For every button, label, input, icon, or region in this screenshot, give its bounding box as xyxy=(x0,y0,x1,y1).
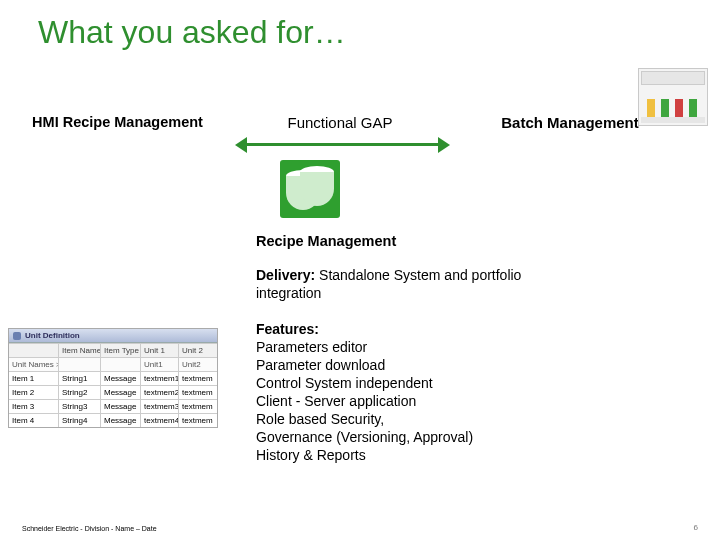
features-block: Features: Parameters editor Parameter do… xyxy=(256,320,556,464)
label-hmi: HMI Recipe Management xyxy=(0,114,235,130)
td: Message xyxy=(101,414,141,427)
feature-line: Role based Security, xyxy=(256,411,384,427)
table-row: Item 2 String2 Message textmem2 textmem xyxy=(9,385,217,399)
table-icon xyxy=(13,332,21,340)
feature-line: Governance (Versioning, Approval) xyxy=(256,429,473,445)
table-title-bar: Unit Definition xyxy=(9,329,217,343)
feature-line: Parameters editor xyxy=(256,339,367,355)
td: Item 3 xyxy=(9,400,59,413)
delivery-label: Delivery: xyxy=(256,267,315,283)
td: textmem4 xyxy=(141,414,179,427)
features-label: Features: xyxy=(256,321,319,337)
td xyxy=(59,358,101,371)
table-row: Item 1 String1 Message textmem1 textmem xyxy=(9,371,217,385)
recipe-heading: Recipe Management xyxy=(256,233,396,249)
server-stack-icon xyxy=(280,160,340,218)
disk-icon xyxy=(300,166,334,206)
td xyxy=(101,358,141,371)
td: textmem xyxy=(179,386,217,399)
td: textmem2 xyxy=(141,386,179,399)
td: Message xyxy=(101,386,141,399)
unit-definition-table: Unit Definition Item Name Item Type Unit… xyxy=(8,328,218,428)
td: textmem xyxy=(179,400,217,413)
label-gap: Functional GAP xyxy=(240,114,440,131)
td: Unit2 xyxy=(179,358,217,371)
feature-line: Client - Server application xyxy=(256,393,416,409)
slide-title: What you asked for… xyxy=(38,14,346,51)
feature-line: Parameter download xyxy=(256,357,385,373)
td: Message xyxy=(101,400,141,413)
th xyxy=(9,344,59,357)
th: Item Name xyxy=(59,344,101,357)
td: Item 2 xyxy=(9,386,59,399)
delivery-block: Delivery: Standalone System and portfoli… xyxy=(256,266,526,302)
th: Item Type xyxy=(101,344,141,357)
double-arrow xyxy=(235,135,450,153)
table-row: Item 3 String3 Message textmem3 textmem xyxy=(9,399,217,413)
td: String1 xyxy=(59,372,101,385)
td: textmem3 xyxy=(141,400,179,413)
table-row: Item 4 String4 Message textmem4 textmem xyxy=(9,413,217,427)
td: Item 4 xyxy=(9,414,59,427)
td: Unit Names >>> xyxy=(9,358,59,371)
table-subhead-row: Unit Names >>> Unit1 Unit2 xyxy=(9,357,217,371)
td: String3 xyxy=(59,400,101,413)
feature-line: History & Reports xyxy=(256,447,366,463)
td: textmem xyxy=(179,372,217,385)
table-title: Unit Definition xyxy=(25,331,80,340)
td: Unit1 xyxy=(141,358,179,371)
th: Unit 2 xyxy=(179,344,217,357)
feature-line: Control System independent xyxy=(256,375,433,391)
table-header-row: Item Name Item Type Unit 1 Unit 2 xyxy=(9,343,217,357)
td: Item 1 xyxy=(9,372,59,385)
td: textmem xyxy=(179,414,217,427)
batch-screenshot-thumb xyxy=(638,68,708,126)
arrow-line xyxy=(244,143,441,146)
th: Unit 1 xyxy=(141,344,179,357)
arrow-right-icon xyxy=(438,137,450,153)
page-number: 6 xyxy=(694,523,698,532)
td: String4 xyxy=(59,414,101,427)
footer-text: Schneider Electric - Division - Name – D… xyxy=(22,525,157,532)
td: Message xyxy=(101,372,141,385)
td: textmem1 xyxy=(141,372,179,385)
td: String2 xyxy=(59,386,101,399)
